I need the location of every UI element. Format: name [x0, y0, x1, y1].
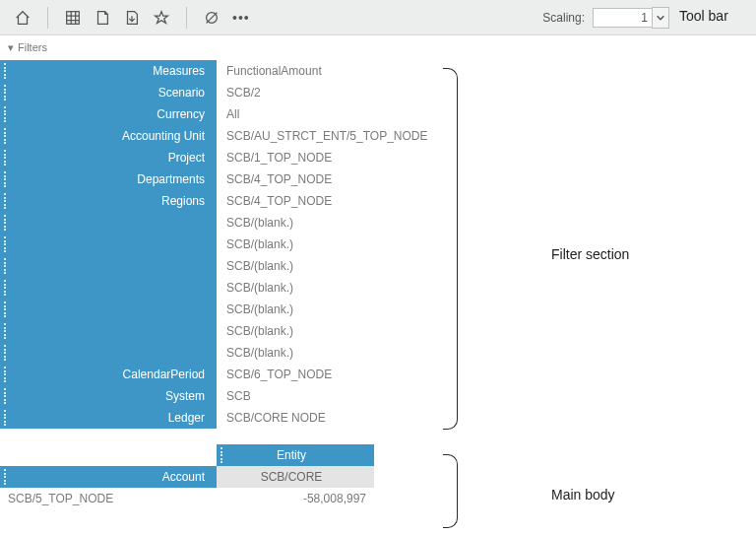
- scaling-input[interactable]: [593, 8, 652, 28]
- filter-value[interactable]: FunctionalAmount: [217, 60, 439, 82]
- drag-handle-icon[interactable]: [4, 106, 8, 122]
- filter-value[interactable]: SCB/1_TOP_NODE: [217, 147, 439, 168]
- filter-value[interactable]: SCB/4_TOP_NODE: [217, 190, 439, 212]
- main-body: Entity Account SCB/CORE SCB/5_TOP_NODE -…: [0, 444, 374, 509]
- filter-row: LedgerSCB/CORE NODE: [0, 407, 439, 429]
- filter-label[interactable]: [0, 212, 217, 234]
- filter-row: SCB/(blank.): [0, 342, 439, 364]
- export-data-icon[interactable]: [123, 9, 141, 27]
- filter-row: ProjectSCB/1_TOP_NODE: [0, 147, 439, 168]
- row-header-account[interactable]: Account: [0, 466, 217, 488]
- filter-row: CurrencyAll: [0, 103, 439, 125]
- filter-label[interactable]: Currency: [0, 103, 217, 125]
- drag-handle-icon[interactable]: [4, 410, 8, 426]
- filter-label[interactable]: System: [0, 385, 217, 407]
- home-icon[interactable]: [14, 9, 32, 27]
- annotation-main-body: Main body: [551, 487, 615, 502]
- filter-label[interactable]: [0, 342, 217, 364]
- filter-value[interactable]: SCB/2: [217, 82, 439, 103]
- filter-row: SCB/(blank.): [0, 234, 439, 255]
- filter-label[interactable]: Project: [0, 147, 217, 168]
- scaling-label: Scaling:: [542, 11, 585, 25]
- annotation-filter-section: Filter section: [551, 246, 629, 262]
- filter-label[interactable]: [0, 320, 217, 342]
- filter-label[interactable]: [0, 255, 217, 277]
- drag-handle-icon[interactable]: [4, 236, 8, 252]
- filter-value[interactable]: SCB/(blank.): [217, 342, 439, 364]
- filter-row: ScenarioSCB/2: [0, 82, 439, 103]
- drag-handle-icon[interactable]: [4, 258, 8, 274]
- filter-row: SCB/(blank.): [0, 255, 439, 277]
- filter-row: SCB/(blank.): [0, 212, 439, 234]
- drag-handle-icon[interactable]: [4, 280, 8, 296]
- filter-value[interactable]: All: [217, 103, 439, 125]
- filter-label[interactable]: CalendarPeriod: [0, 364, 217, 385]
- bracket-body: [443, 454, 458, 495]
- filter-row: RegionsSCB/4_TOP_NODE: [0, 190, 439, 212]
- filter-value[interactable]: SCB/4_TOP_NODE: [217, 168, 439, 190]
- filter-label[interactable]: Scenario: [0, 82, 217, 103]
- toolbar: ••• Scaling:: [0, 0, 756, 35]
- more-menu[interactable]: •••: [232, 10, 250, 26]
- filter-label[interactable]: Ledger: [0, 407, 217, 429]
- data-cell[interactable]: -58,008,997: [217, 488, 374, 509]
- drag-handle-icon[interactable]: [4, 150, 8, 166]
- filter-row: SCB/(blank.): [0, 320, 439, 342]
- filter-label[interactable]: Measures: [0, 60, 217, 82]
- drag-handle-icon[interactable]: [4, 215, 8, 231]
- filter-row: MeasuresFunctionalAmount: [0, 60, 439, 82]
- drag-handle-icon[interactable]: [4, 63, 8, 79]
- filter-value[interactable]: SCB/(blank.): [217, 255, 439, 277]
- filter-value[interactable]: SCB/(blank.): [217, 299, 439, 320]
- drag-handle-icon[interactable]: [4, 193, 8, 209]
- bracket-body: [443, 494, 458, 528]
- scaling-dropdown-button[interactable]: [652, 7, 669, 29]
- drag-handle-icon[interactable]: [4, 388, 8, 404]
- filter-value[interactable]: SCB/(blank.): [217, 212, 439, 234]
- filters-toggle[interactable]: ▾Filters: [0, 35, 756, 60]
- column-header-entity[interactable]: Entity: [217, 444, 374, 466]
- drag-handle-icon[interactable]: [4, 85, 8, 100]
- filter-row: CalendarPeriodSCB/6_TOP_NODE: [0, 364, 439, 385]
- annotation-toolbar: Tool bar: [679, 8, 728, 24]
- filter-label[interactable]: [0, 277, 217, 299]
- filter-label[interactable]: Accounting Unit: [0, 125, 217, 147]
- drag-handle-icon[interactable]: [4, 128, 8, 144]
- filter-value[interactable]: SCB/(blank.): [217, 234, 439, 255]
- favorite-icon[interactable]: [153, 9, 170, 27]
- row-label[interactable]: SCB/5_TOP_NODE: [0, 488, 217, 509]
- filter-row: SCB/(blank.): [0, 299, 439, 320]
- filter-value[interactable]: SCB/6_TOP_NODE: [217, 364, 439, 385]
- filter-value[interactable]: SCB: [217, 385, 439, 407]
- chevron-down-icon: ▾: [8, 41, 14, 54]
- bracket-filter: [443, 249, 458, 430]
- export-pdf-icon[interactable]: [94, 9, 111, 27]
- filter-row: SystemSCB: [0, 385, 439, 407]
- drag-handle-icon[interactable]: [220, 447, 224, 463]
- drag-handle-icon[interactable]: [4, 345, 8, 361]
- drag-handle-icon[interactable]: [4, 367, 8, 382]
- drag-handle-icon[interactable]: [4, 323, 8, 339]
- zero-suppress-icon[interactable]: [203, 9, 220, 27]
- filter-value[interactable]: SCB/AU_STRCT_ENT/5_TOP_NODE: [217, 125, 439, 147]
- filter-label[interactable]: Departments: [0, 168, 217, 190]
- svg-rect-0: [67, 11, 80, 24]
- column-subheader[interactable]: SCB/CORE: [217, 466, 374, 488]
- filter-row: DepartmentsSCB/4_TOP_NODE: [0, 168, 439, 190]
- drag-handle-icon[interactable]: [4, 302, 8, 317]
- filter-value[interactable]: SCB/(blank.): [217, 320, 439, 342]
- filter-row: SCB/(blank.): [0, 277, 439, 299]
- filter-value[interactable]: SCB/(blank.): [217, 277, 439, 299]
- filter-label[interactable]: [0, 234, 217, 255]
- filter-label[interactable]: [0, 299, 217, 320]
- drag-handle-icon[interactable]: [4, 171, 8, 187]
- export-xls-icon[interactable]: [64, 9, 82, 27]
- bracket-filter: [443, 68, 458, 250]
- drag-handle-icon[interactable]: [4, 469, 8, 485]
- toolbar-separator: [47, 7, 48, 29]
- filter-label[interactable]: Regions: [0, 190, 217, 212]
- toolbar-separator: [186, 7, 187, 29]
- filter-value[interactable]: SCB/CORE NODE: [217, 407, 439, 429]
- filter-row: Accounting UnitSCB/AU_STRCT_ENT/5_TOP_NO…: [0, 125, 439, 147]
- filter-panel: MeasuresFunctionalAmountScenarioSCB/2Cur…: [0, 60, 439, 429]
